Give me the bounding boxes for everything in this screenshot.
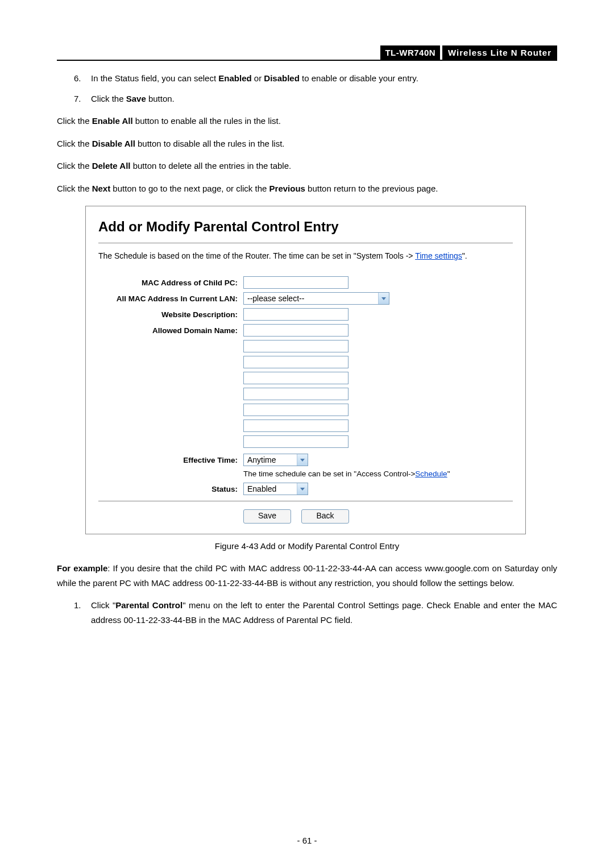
figure-caption: Figure 4-43 Add or Modify Parental Contr… [57, 541, 557, 551]
para-delete-all: Click the Delete All button to delete al… [57, 159, 557, 173]
input-allowed-domain-6[interactable] [243, 404, 349, 416]
schedule-hint: The time schedule can be set in "Access … [243, 470, 450, 478]
step-bottom-1: 1. Click "Parental Control" menu on the … [74, 598, 557, 627]
bold-enable-all: Enable All [92, 116, 133, 126]
row-mac-child: MAC Address of Child PC: [98, 276, 513, 289]
input-allowed-domain-3[interactable] [243, 356, 349, 368]
time-settings-link[interactable]: Time settings [415, 251, 462, 260]
input-website-desc[interactable] [243, 308, 349, 321]
row-allowed-domain-7 [98, 420, 513, 432]
select-value: Anytime [244, 454, 297, 466]
text: ". [462, 251, 467, 260]
text: " [447, 470, 450, 478]
step-7: 7. Click the Save button. [74, 92, 557, 106]
select-value: --please select-- [244, 293, 378, 304]
text: Click the [57, 116, 92, 126]
input-allowed-domain-5[interactable] [243, 388, 349, 400]
divider [98, 243, 513, 243]
bold-next: Next [92, 184, 111, 193]
bold-previous: Previous [269, 184, 305, 193]
row-website-desc: Website Description: [98, 308, 513, 321]
text: button to disable all the rules in the l… [135, 139, 285, 148]
divider [98, 501, 513, 501]
row-allowed-domain-6 [98, 404, 513, 416]
input-mac-child[interactable] [243, 276, 349, 289]
text: or [252, 73, 264, 83]
text: The Schedule is based on the time of the… [98, 251, 415, 260]
header-model: TL-WR740N [380, 45, 440, 60]
step-number: 7. [74, 92, 91, 106]
text: Click the [57, 139, 92, 148]
text: : If you desire that the child PC with M… [57, 563, 557, 588]
step-6: 6. In the Status field, you can select E… [74, 71, 557, 86]
text: Click " [91, 600, 115, 610]
bold-disable-all: Disable All [92, 139, 135, 148]
bold-enabled: Enabled [218, 73, 251, 83]
row-allowed-domain-3 [98, 356, 513, 368]
save-button[interactable]: Save [243, 509, 291, 524]
label-allowed-domain: Allowed Domain Name: [98, 326, 243, 335]
input-allowed-domain-2[interactable] [243, 340, 349, 352]
text: Click the [57, 184, 92, 193]
step-number: 6. [74, 71, 91, 86]
step-text: In the Status field, you can select Enab… [91, 71, 418, 86]
bold-delete-all: Delete All [92, 161, 131, 171]
bold-save: Save [126, 94, 146, 103]
text: button return to the previous page. [305, 184, 438, 193]
step-text: Click the Save button. [91, 92, 175, 106]
header-desc: Wireless Lite N Router [442, 45, 557, 60]
row-allowed-domain-8 [98, 435, 513, 448]
schedule-link[interactable]: Schedule [415, 470, 447, 478]
label-website-desc: Website Description: [98, 310, 243, 319]
step-number: 1. [74, 598, 91, 627]
chevron-down-icon [297, 483, 308, 495]
figure-title: Add or Modify Parental Control Entry [98, 219, 513, 235]
chevron-down-icon [378, 293, 389, 304]
step-text: Click "Parental Control" menu on the lef… [91, 598, 557, 627]
input-allowed-domain-4[interactable] [243, 372, 349, 384]
button-row: Save Back [98, 509, 513, 524]
figure-parental-control-entry: Add or Modify Parental Control Entry The… [85, 206, 526, 534]
select-value: Enabled [244, 483, 297, 495]
page-header: TL-WR740N Wireless Lite N Router [57, 45, 557, 61]
bold-parental-control: Parental Control [115, 600, 182, 610]
select-status[interactable]: Enabled [243, 483, 308, 495]
para-example: For example: If you desire that the chil… [57, 561, 557, 590]
row-allowed-domain-1: Allowed Domain Name: [98, 324, 513, 337]
row-all-mac: All MAC Address In Current LAN: --please… [98, 292, 513, 305]
select-all-mac[interactable]: --please select-- [243, 292, 389, 305]
row-schedule-hint: The time schedule can be set in "Access … [98, 470, 513, 478]
text: Click the [91, 94, 126, 103]
input-allowed-domain-1[interactable] [243, 324, 349, 337]
select-effective-time[interactable]: Anytime [243, 454, 308, 466]
row-allowed-domain-2 [98, 340, 513, 352]
text: button to delete all the entries in the … [131, 161, 292, 171]
para-disable-all: Click the Disable All button to disable … [57, 136, 557, 151]
text: Click the [57, 161, 92, 171]
row-allowed-domain-5 [98, 388, 513, 400]
label-effective-time: Effective Time: [98, 456, 243, 464]
input-allowed-domain-7[interactable] [243, 420, 349, 432]
figure-note: The Schedule is based on the time of the… [98, 251, 513, 260]
para-nav: Click the Next button to go to the next … [57, 181, 557, 196]
back-button[interactable]: Back [301, 509, 349, 524]
text: button to go to the next page, or click … [110, 184, 269, 193]
row-allowed-domain-4 [98, 372, 513, 384]
bold-for-example: For example [57, 563, 107, 573]
text: The time schedule can be set in "Access … [243, 470, 415, 478]
text: button to enable all the rules in the li… [133, 116, 281, 126]
input-allowed-domain-8[interactable] [243, 435, 349, 448]
chevron-down-icon [297, 454, 308, 466]
label-all-mac: All MAC Address In Current LAN: [98, 294, 243, 303]
text: In the Status field, you can select [91, 73, 218, 83]
bold-disabled: Disabled [264, 73, 300, 83]
para-enable-all: Click the Enable All button to enable al… [57, 114, 557, 128]
label-status: Status: [98, 485, 243, 493]
row-effective-time: Effective Time: Anytime [98, 454, 513, 466]
text: to enable or disable your entry. [300, 73, 418, 83]
page-number: - 61 - [0, 836, 614, 845]
text: button. [146, 94, 175, 103]
label-mac-child: MAC Address of Child PC: [98, 279, 243, 287]
row-status: Status: Enabled [98, 483, 513, 495]
